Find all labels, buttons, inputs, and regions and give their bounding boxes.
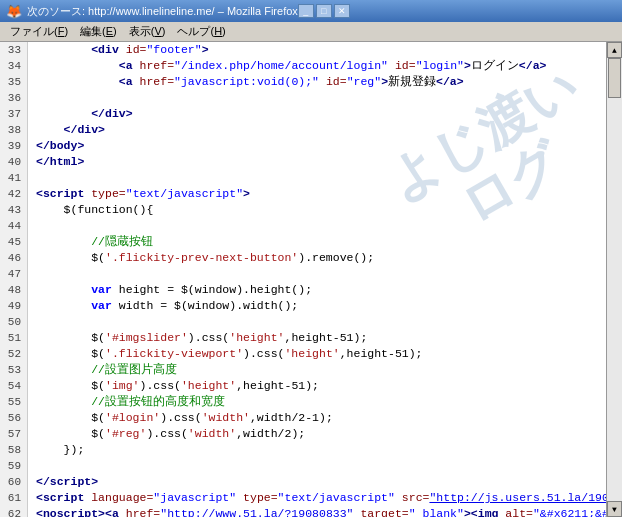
- line-content: <a href="/index.php/home/account/login" …: [28, 58, 546, 74]
- line-number: 40: [0, 154, 28, 170]
- table-row: 33 <div id="footer">: [0, 42, 606, 58]
- table-row: 38 </div>: [0, 122, 606, 138]
- line-number: 60: [0, 474, 28, 490]
- line-content: $(function(){: [28, 202, 153, 218]
- line-number: 34: [0, 58, 28, 74]
- table-row: 35 <a href="javascript:void(0);" id="reg…: [0, 74, 606, 90]
- line-content: <script language="javascript" type="text…: [28, 490, 622, 506]
- table-row: 49 var width = $(window).width();: [0, 298, 606, 314]
- line-number: 35: [0, 74, 28, 90]
- line-number: 39: [0, 138, 28, 154]
- code-area: 33 <div id="footer">34 <a href="/index.p…: [0, 42, 622, 517]
- line-number: 49: [0, 298, 28, 314]
- menu-file[interactable]: ファイル(F): [4, 22, 74, 41]
- firefox-icon: 🦊: [6, 4, 22, 19]
- maximize-button[interactable]: □: [316, 4, 332, 18]
- line-content: [28, 458, 36, 474]
- line-content: $('.flickity-prev-next-button').remove()…: [28, 250, 374, 266]
- line-content: <script type="text/javascript">: [28, 186, 250, 202]
- table-row: 59: [0, 458, 606, 474]
- table-row: 46 $('.flickity-prev-next-button').remov…: [0, 250, 606, 266]
- line-number: 47: [0, 266, 28, 282]
- table-row: 50: [0, 314, 606, 330]
- code-content: 33 <div id="footer">34 <a href="/index.p…: [0, 42, 606, 517]
- line-number: 59: [0, 458, 28, 474]
- table-row: 56 $('#login').css('width',width/2-1);: [0, 410, 606, 426]
- line-content: $('img').css('height',height-51);: [28, 378, 319, 394]
- line-content: </html>: [28, 154, 84, 170]
- table-row: 40</html>: [0, 154, 606, 170]
- table-row: 53 //設置图片高度: [0, 362, 606, 378]
- line-content: <div id="footer">: [28, 42, 209, 58]
- table-row: 45 //隠蔵按钮: [0, 234, 606, 250]
- line-content: </body>: [28, 138, 84, 154]
- table-row: 42<script type="text/javascript">: [0, 186, 606, 202]
- line-number: 38: [0, 122, 28, 138]
- line-number: 36: [0, 90, 28, 106]
- line-number: 61: [0, 490, 28, 506]
- table-row: 58 });: [0, 442, 606, 458]
- line-content: //設置按钮的高度和宽度: [28, 394, 225, 410]
- table-row: 52 $('.flickity-viewport').css('height',…: [0, 346, 606, 362]
- line-content: var height = $(window).height();: [28, 282, 312, 298]
- scrollbar[interactable]: ▲ ▼: [606, 42, 622, 517]
- table-row: 55 //設置按钮的高度和宽度: [0, 394, 606, 410]
- line-number: 44: [0, 218, 28, 234]
- table-row: 62<noscript><a href="http://www.51.la/?1…: [0, 506, 606, 517]
- table-row: 39</body>: [0, 138, 606, 154]
- line-number: 42: [0, 186, 28, 202]
- line-number: 41: [0, 170, 28, 186]
- line-content: </script>: [28, 474, 98, 490]
- close-button[interactable]: ✕: [334, 4, 350, 18]
- line-number: 43: [0, 202, 28, 218]
- menu-view[interactable]: 表示(V): [123, 22, 172, 41]
- minimize-button[interactable]: _: [298, 4, 314, 18]
- table-row: 61<script language="javascript" type="te…: [0, 490, 606, 506]
- line-number: 56: [0, 410, 28, 426]
- scroll-track[interactable]: [607, 58, 622, 501]
- line-content: });: [28, 442, 84, 458]
- line-number: 57: [0, 426, 28, 442]
- line-number: 45: [0, 234, 28, 250]
- line-content: [28, 170, 36, 186]
- menu-help[interactable]: ヘルプ(H): [171, 22, 231, 41]
- line-content: <a href="javascript:void(0);" id="reg">新…: [28, 74, 464, 90]
- line-number: 58: [0, 442, 28, 458]
- line-number: 53: [0, 362, 28, 378]
- line-content: </div>: [28, 106, 133, 122]
- menu-bar: ファイル(F) 編集(E) 表示(V) ヘルプ(H): [0, 22, 622, 42]
- title-bar: 🦊 次のソース: http://www.linelineline.me/ – M…: [0, 0, 622, 22]
- scroll-down-button[interactable]: ▼: [607, 501, 622, 517]
- line-content: $('#reg').css('width',width/2);: [28, 426, 305, 442]
- line-number: 51: [0, 330, 28, 346]
- line-content: $('#login').css('width',width/2-1);: [28, 410, 333, 426]
- scroll-thumb[interactable]: [608, 58, 621, 98]
- line-number: 55: [0, 394, 28, 410]
- line-content: $('.flickity-viewport').css('height',hei…: [28, 346, 423, 362]
- line-content: [28, 266, 36, 282]
- line-content: var width = $(window).width();: [28, 298, 298, 314]
- line-content: <noscript><a href="http://www.51.la/?190…: [28, 506, 622, 517]
- line-number: 48: [0, 282, 28, 298]
- table-row: 37 </div>: [0, 106, 606, 122]
- line-number: 33: [0, 42, 28, 58]
- window-title: 次のソース: http://www.linelineline.me/ – Moz…: [27, 4, 298, 19]
- line-content: $('#imgslider').css('height',height-51);: [28, 330, 367, 346]
- menu-edit[interactable]: 編集(E): [74, 22, 123, 41]
- scroll-up-button[interactable]: ▲: [607, 42, 622, 58]
- table-row: 48 var height = $(window).height();: [0, 282, 606, 298]
- line-number: 62: [0, 506, 28, 517]
- table-row: 54 $('img').css('height',height-51);: [0, 378, 606, 394]
- table-row: 60</script>: [0, 474, 606, 490]
- table-row: 43 $(function(){: [0, 202, 606, 218]
- table-row: 34 <a href="/index.php/home/account/logi…: [0, 58, 606, 74]
- table-row: 57 $('#reg').css('width',width/2);: [0, 426, 606, 442]
- line-content: </div>: [28, 122, 105, 138]
- line-number: 52: [0, 346, 28, 362]
- line-content: [28, 90, 36, 106]
- table-row: 41: [0, 170, 606, 186]
- table-row: 51 $('#imgslider').css('height',height-5…: [0, 330, 606, 346]
- line-content: //隠蔵按钮: [28, 234, 153, 250]
- table-row: 47: [0, 266, 606, 282]
- line-content: [28, 218, 36, 234]
